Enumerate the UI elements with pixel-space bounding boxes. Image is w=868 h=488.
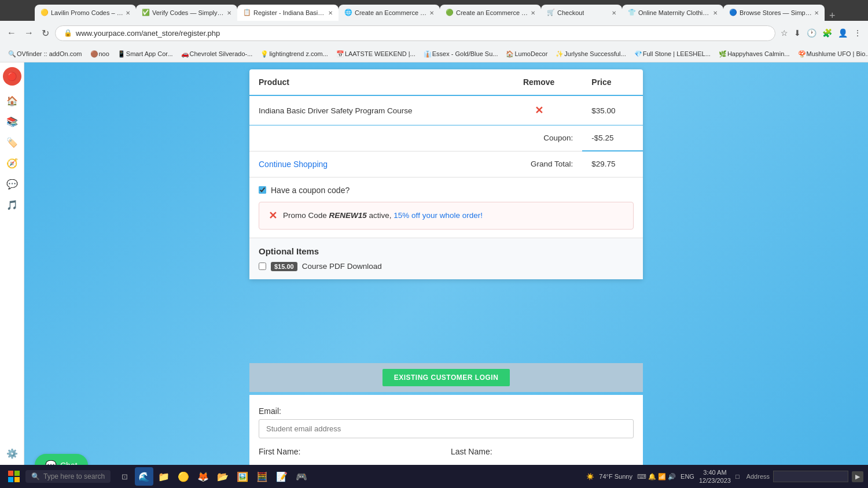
taskbar-search-bar[interactable]: 🔍 Type here to search — [25, 470, 111, 483]
forward-button[interactable]: → — [22, 25, 36, 40]
tab-favicon: 🟢 — [446, 9, 454, 17]
bookmark-lumo[interactable]: 🏠 LumoDecor — [502, 49, 551, 58]
svg-rect-1 — [14, 471, 20, 476]
address-bar-input[interactable] — [773, 471, 848, 482]
bookmark-chevrolet[interactable]: 🚗 Chevrolet Silverado-... — [178, 49, 256, 58]
promo-code: RENEW15 — [329, 211, 367, 220]
time-display: 3:40 AM — [699, 468, 731, 476]
bookmark-happyhaves[interactable]: 🌿 Happyhaves Calmin... — [715, 49, 793, 58]
taskbar-apps: ⊡ 🌊 📁 🟡 🦊 📂 🖼️ 🧮 📝 🎮 — [115, 467, 311, 486]
continue-shopping-link[interactable]: Continue Shopping — [259, 160, 328, 169]
pdf-download-label: Course PDF Download — [302, 262, 382, 271]
taskbar-file-explorer[interactable]: 📁 — [155, 467, 173, 486]
coupon-checkbox[interactable] — [259, 186, 266, 194]
tab-browse[interactable]: 🔵 Browse Stores — SimplyC... ✕ — [723, 5, 825, 21]
product-price-cell: $35.00 — [582, 95, 643, 125]
address-bar-area: Address ▶ — [746, 471, 863, 482]
profile-icon[interactable]: 👤 — [836, 27, 849, 39]
tab-close-icon[interactable]: ✕ — [227, 10, 231, 16]
sidebar-collections-icon[interactable]: 📚 — [3, 112, 21, 131]
tab-checkout[interactable]: 🛒 Checkout ✕ — [541, 5, 622, 21]
bookmark-star-icon[interactable]: ☆ — [779, 27, 790, 39]
taskbar-word[interactable]: 📝 — [273, 467, 291, 486]
tab-close-icon[interactable]: ✕ — [531, 10, 535, 16]
left-sidebar: 🔴 🏠 📚 🏷️ 🧭 💬 🎵 ⚙️ ❓ — [0, 62, 24, 488]
coupon-checkbox-label: Have a coupon code? — [271, 186, 350, 195]
bookmark-mushlume[interactable]: 🍄 Mushlume UFO | Bio... — [795, 49, 869, 58]
taskbar-folder[interactable]: 📂 — [214, 467, 232, 486]
sidebar-tiktok-icon[interactable]: 🎵 — [3, 195, 21, 214]
tab-lavilin[interactable]: 🟡 Lavilin Promo Codes – 25... ✕ — [35, 5, 136, 21]
bookmark-ovfinder[interactable]: 🔍 OVfinder :: addOn.com — [5, 49, 86, 58]
bookmark-fullstone[interactable]: 💎 Full Stone | LEESHEL... — [631, 49, 714, 58]
tab-close-icon[interactable]: ✕ — [126, 10, 130, 16]
system-time: 3:40 AM 12/23/2023 — [699, 468, 731, 485]
bookmark-jurlyshe[interactable]: ✨ Jurlyshe Successful... — [552, 49, 629, 58]
tray-icons: ⌨ 🔔 📶 🔊 — [637, 473, 676, 480]
taskbar-taskview[interactable]: ⊡ — [115, 467, 134, 486]
reload-button[interactable]: ↻ — [39, 25, 52, 41]
tab-create2[interactable]: 🟢 Create an Ecommerce We... ✕ — [440, 5, 541, 21]
address-bar[interactable]: 🔒 www.yourpace.com/anet_store/register.p… — [55, 25, 775, 41]
tab-register[interactable]: 📋 Register - Indiana Basic D... ✕ — [237, 5, 339, 21]
sidebar-home-icon[interactable]: 🏠 — [3, 91, 21, 110]
address-go-button[interactable]: ▶ — [852, 471, 863, 482]
history-icon[interactable]: 🕐 — [805, 27, 818, 39]
tab-close-icon[interactable]: ✕ — [713, 10, 718, 16]
coupon-row: Coupon: -$5.25 — [249, 125, 643, 151]
taskbar-steam[interactable]: 🎮 — [292, 467, 311, 486]
extensions-icon[interactable]: 🧩 — [821, 27, 834, 39]
tab-maternity[interactable]: 👕 Online Maternity Clothing... ✕ — [622, 5, 723, 21]
tab-close-icon[interactable]: ✕ — [429, 10, 434, 16]
taskbar-photos[interactable]: 🖼️ — [233, 467, 252, 486]
tab-close-icon[interactable]: ✕ — [612, 10, 616, 16]
bookmark-favicon: 🍄 — [798, 50, 805, 57]
bookmark-favicon: 📱 — [117, 50, 124, 57]
existing-customer-login-button[interactable]: EXISTING CUSTOMER LOGIN — [382, 369, 510, 386]
login-section: EXISTING CUSTOMER LOGIN — [249, 363, 643, 392]
tab-verify[interactable]: ✅ Verify Codes — SimplyCo... ✕ — [136, 5, 237, 21]
sidebar-settings-icon[interactable]: ⚙️ — [3, 444, 21, 463]
svg-rect-2 — [8, 477, 13, 482]
bookmark-lighting[interactable]: 💡 lightingtrend z.com... — [257, 49, 332, 58]
new-tab-button[interactable]: + — [825, 10, 840, 21]
bookmark-smartapp[interactable]: 📱 Smart App Cor... — [114, 49, 176, 58]
promo-middle: active, — [367, 211, 394, 220]
promo-remove-icon[interactable]: ✕ — [269, 209, 277, 222]
page-background: Product Remove Price Indiana Basic Drive… — [24, 62, 868, 488]
bookmark-essex[interactable]: 👔 Essex - Gold/Blue Su... — [420, 49, 502, 58]
pdf-price-badge: $15.00 — [271, 262, 297, 271]
back-button[interactable]: ← — [5, 25, 19, 40]
taskbar-firefox[interactable]: 🦊 — [194, 467, 212, 486]
notification-area[interactable]: □ — [735, 473, 740, 480]
tab-close-icon[interactable]: ✕ — [814, 10, 819, 16]
taskbar-chrome[interactable]: 🟡 — [174, 467, 193, 486]
optional-items-title: Optional Items — [259, 246, 634, 256]
start-button[interactable] — [5, 467, 23, 486]
taskbar-system-tray: ☀️ 74°F Sunny ⌨ 🔔 📶 🔊 ENG 3:40 AM 12/23/… — [586, 468, 739, 485]
tab-label: Online Maternity Clothing... — [638, 9, 711, 16]
optional-items-section: Optional Items $15.00 Course PDF Downloa… — [249, 238, 643, 279]
tab-close-icon[interactable]: ✕ — [328, 10, 333, 16]
email-input[interactable] — [259, 419, 634, 438]
bookmark-weekend[interactable]: 📅 LAATSTE WEEKEND |... — [333, 49, 419, 58]
svg-rect-3 — [14, 477, 20, 482]
menu-icon[interactable]: ⋮ — [852, 27, 863, 39]
bookmark-label: Full Stone | LEESHEL... — [643, 50, 711, 57]
address-bar-label: Address — [746, 473, 770, 480]
tab-favicon: ✅ — [142, 9, 150, 17]
taskbar-edge[interactable]: 🌊 — [135, 467, 153, 486]
bookmark-label: noo — [99, 50, 109, 57]
sidebar-coupons-icon[interactable]: 🏷️ — [3, 133, 21, 151]
bookmark-favicon: 🚗 — [181, 50, 188, 57]
remove-product-button[interactable]: ✕ — [505, 104, 573, 117]
pdf-download-checkbox[interactable] — [259, 263, 266, 270]
bookmark-favicon: 👔 — [424, 50, 431, 57]
sidebar-whatsapp-icon[interactable]: 💬 — [3, 175, 21, 193]
sidebar-compass-icon[interactable]: 🧭 — [3, 154, 21, 172]
tab-create1[interactable]: 🌐 Create an Ecommerce We... ✕ — [339, 5, 440, 21]
language-indicator: ENG — [681, 473, 694, 480]
taskbar-calculator[interactable]: 🧮 — [253, 467, 271, 486]
download-icon[interactable]: ⬇ — [792, 27, 803, 39]
bookmark-noo[interactable]: 🟤 noo — [87, 49, 113, 58]
